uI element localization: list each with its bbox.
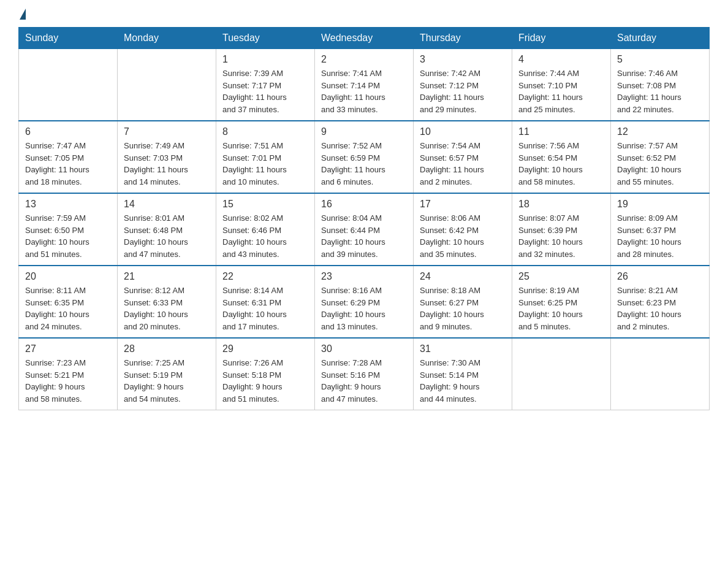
day-number: 1	[222, 54, 308, 65]
day-of-week-header: Thursday	[414, 28, 512, 49]
day-number: 27	[25, 343, 111, 354]
calendar-week-row: 20Sunrise: 8:11 AM Sunset: 6:35 PM Dayli…	[19, 266, 710, 338]
day-info: Sunrise: 7:25 AM Sunset: 5:19 PM Dayligh…	[124, 357, 210, 405]
day-number: 31	[420, 343, 506, 354]
day-info: Sunrise: 8:09 AM Sunset: 6:37 PM Dayligh…	[617, 212, 703, 260]
day-number: 28	[124, 343, 210, 354]
day-info: Sunrise: 7:28 AM Sunset: 5:16 PM Dayligh…	[321, 357, 407, 405]
day-info: Sunrise: 7:30 AM Sunset: 5:14 PM Dayligh…	[420, 357, 506, 405]
calendar-cell: 3Sunrise: 7:42 AM Sunset: 7:12 PM Daylig…	[414, 49, 512, 121]
day-of-week-header: Sunday	[19, 28, 118, 49]
day-number: 17	[420, 199, 506, 210]
calendar-table: SundayMondayTuesdayWednesdayThursdayFrid…	[18, 27, 710, 410]
calendar-week-row: 13Sunrise: 7:59 AM Sunset: 6:50 PM Dayli…	[19, 193, 710, 266]
day-number: 12	[617, 126, 703, 137]
day-info: Sunrise: 8:06 AM Sunset: 6:42 PM Dayligh…	[420, 212, 506, 260]
calendar-cell: 27Sunrise: 7:23 AM Sunset: 5:21 PM Dayli…	[19, 338, 118, 410]
calendar-cell: 26Sunrise: 8:21 AM Sunset: 6:23 PM Dayli…	[611, 266, 710, 338]
day-number: 5	[617, 54, 703, 65]
day-info: Sunrise: 7:44 AM Sunset: 7:10 PM Dayligh…	[518, 67, 604, 115]
day-number: 3	[420, 54, 506, 65]
day-number: 29	[222, 343, 308, 354]
day-info: Sunrise: 7:59 AM Sunset: 6:50 PM Dayligh…	[25, 212, 111, 260]
calendar-cell: 10Sunrise: 7:54 AM Sunset: 6:57 PM Dayli…	[414, 121, 512, 193]
day-number: 2	[321, 54, 407, 65]
calendar-cell: 13Sunrise: 7:59 AM Sunset: 6:50 PM Dayli…	[19, 193, 118, 266]
calendar-cell: 31Sunrise: 7:30 AM Sunset: 5:14 PM Dayli…	[414, 338, 512, 410]
calendar-cell	[512, 338, 611, 410]
calendar-cell: 11Sunrise: 7:56 AM Sunset: 6:54 PM Dayli…	[512, 121, 611, 193]
calendar-cell: 24Sunrise: 8:18 AM Sunset: 6:27 PM Dayli…	[414, 266, 512, 338]
day-number: 23	[321, 271, 407, 282]
calendar-cell: 21Sunrise: 8:12 AM Sunset: 6:33 PM Dayli…	[118, 266, 216, 338]
day-number: 10	[420, 126, 506, 137]
day-info: Sunrise: 8:21 AM Sunset: 6:23 PM Dayligh…	[617, 285, 703, 332]
day-info: Sunrise: 7:51 AM Sunset: 7:01 PM Dayligh…	[222, 140, 308, 188]
day-of-week-header: Wednesday	[315, 28, 414, 49]
day-info: Sunrise: 7:39 AM Sunset: 7:17 PM Dayligh…	[222, 67, 308, 115]
calendar-cell: 6Sunrise: 7:47 AM Sunset: 7:05 PM Daylig…	[19, 121, 118, 193]
day-info: Sunrise: 7:56 AM Sunset: 6:54 PM Dayligh…	[518, 140, 604, 188]
day-of-week-header: Monday	[118, 28, 216, 49]
calendar-cell: 18Sunrise: 8:07 AM Sunset: 6:39 PM Dayli…	[512, 193, 611, 266]
day-info: Sunrise: 7:54 AM Sunset: 6:57 PM Dayligh…	[420, 140, 506, 188]
day-info: Sunrise: 8:16 AM Sunset: 6:29 PM Dayligh…	[321, 285, 407, 332]
day-number: 21	[124, 271, 210, 282]
day-number: 6	[25, 126, 111, 137]
page-header	[18, 12, 710, 17]
logo-arrow-icon	[20, 9, 26, 20]
day-info: Sunrise: 7:42 AM Sunset: 7:12 PM Dayligh…	[420, 67, 506, 115]
calendar-cell: 22Sunrise: 8:14 AM Sunset: 6:31 PM Dayli…	[216, 266, 315, 338]
calendar-cell: 7Sunrise: 7:49 AM Sunset: 7:03 PM Daylig…	[118, 121, 216, 193]
day-of-week-header: Tuesday	[216, 28, 315, 49]
day-info: Sunrise: 7:52 AM Sunset: 6:59 PM Dayligh…	[321, 140, 407, 188]
day-number: 24	[420, 271, 506, 282]
day-info: Sunrise: 8:01 AM Sunset: 6:48 PM Dayligh…	[124, 212, 210, 260]
day-info: Sunrise: 8:12 AM Sunset: 6:33 PM Dayligh…	[124, 285, 210, 332]
day-of-week-header: Friday	[512, 28, 611, 49]
calendar-cell: 19Sunrise: 8:09 AM Sunset: 6:37 PM Dayli…	[611, 193, 710, 266]
logo	[18, 12, 26, 17]
day-info: Sunrise: 7:46 AM Sunset: 7:08 PM Dayligh…	[617, 67, 703, 115]
calendar-cell: 1Sunrise: 7:39 AM Sunset: 7:17 PM Daylig…	[216, 49, 315, 121]
calendar-cell: 30Sunrise: 7:28 AM Sunset: 5:16 PM Dayli…	[315, 338, 414, 410]
day-info: Sunrise: 8:19 AM Sunset: 6:25 PM Dayligh…	[518, 285, 604, 332]
calendar-cell: 20Sunrise: 8:11 AM Sunset: 6:35 PM Dayli…	[19, 266, 118, 338]
day-number: 20	[25, 271, 111, 282]
calendar-week-row: 1Sunrise: 7:39 AM Sunset: 7:17 PM Daylig…	[19, 49, 710, 121]
calendar-cell: 29Sunrise: 7:26 AM Sunset: 5:18 PM Dayli…	[216, 338, 315, 410]
calendar-cell: 12Sunrise: 7:57 AM Sunset: 6:52 PM Dayli…	[611, 121, 710, 193]
calendar-week-row: 6Sunrise: 7:47 AM Sunset: 7:05 PM Daylig…	[19, 121, 710, 193]
day-number: 13	[25, 199, 111, 210]
calendar-cell: 4Sunrise: 7:44 AM Sunset: 7:10 PM Daylig…	[512, 49, 611, 121]
calendar-cell: 25Sunrise: 8:19 AM Sunset: 6:25 PM Dayli…	[512, 266, 611, 338]
calendar-cell	[118, 49, 216, 121]
day-info: Sunrise: 7:23 AM Sunset: 5:21 PM Dayligh…	[25, 357, 111, 405]
day-number: 22	[222, 271, 308, 282]
calendar-cell: 17Sunrise: 8:06 AM Sunset: 6:42 PM Dayli…	[414, 193, 512, 266]
day-info: Sunrise: 7:47 AM Sunset: 7:05 PM Dayligh…	[25, 140, 111, 188]
day-number: 16	[321, 199, 407, 210]
day-info: Sunrise: 7:41 AM Sunset: 7:14 PM Dayligh…	[321, 67, 407, 115]
day-number: 8	[222, 126, 308, 137]
calendar-cell: 14Sunrise: 8:01 AM Sunset: 6:48 PM Dayli…	[118, 193, 216, 266]
calendar-cell: 16Sunrise: 8:04 AM Sunset: 6:44 PM Dayli…	[315, 193, 414, 266]
calendar-header-row: SundayMondayTuesdayWednesdayThursdayFrid…	[19, 28, 710, 49]
day-number: 11	[518, 126, 604, 137]
day-info: Sunrise: 8:07 AM Sunset: 6:39 PM Dayligh…	[518, 212, 604, 260]
day-info: Sunrise: 8:02 AM Sunset: 6:46 PM Dayligh…	[222, 212, 308, 260]
day-number: 30	[321, 343, 407, 354]
day-number: 4	[518, 54, 604, 65]
day-info: Sunrise: 8:11 AM Sunset: 6:35 PM Dayligh…	[25, 285, 111, 332]
calendar-cell: 8Sunrise: 7:51 AM Sunset: 7:01 PM Daylig…	[216, 121, 315, 193]
day-number: 18	[518, 199, 604, 210]
calendar-cell: 23Sunrise: 8:16 AM Sunset: 6:29 PM Dayli…	[315, 266, 414, 338]
calendar-week-row: 27Sunrise: 7:23 AM Sunset: 5:21 PM Dayli…	[19, 338, 710, 410]
day-info: Sunrise: 7:57 AM Sunset: 6:52 PM Dayligh…	[617, 140, 703, 188]
calendar-cell: 2Sunrise: 7:41 AM Sunset: 7:14 PM Daylig…	[315, 49, 414, 121]
day-of-week-header: Saturday	[611, 28, 710, 49]
calendar-cell	[19, 49, 118, 121]
day-info: Sunrise: 8:18 AM Sunset: 6:27 PM Dayligh…	[420, 285, 506, 332]
day-number: 19	[617, 199, 703, 210]
day-info: Sunrise: 7:49 AM Sunset: 7:03 PM Dayligh…	[124, 140, 210, 188]
